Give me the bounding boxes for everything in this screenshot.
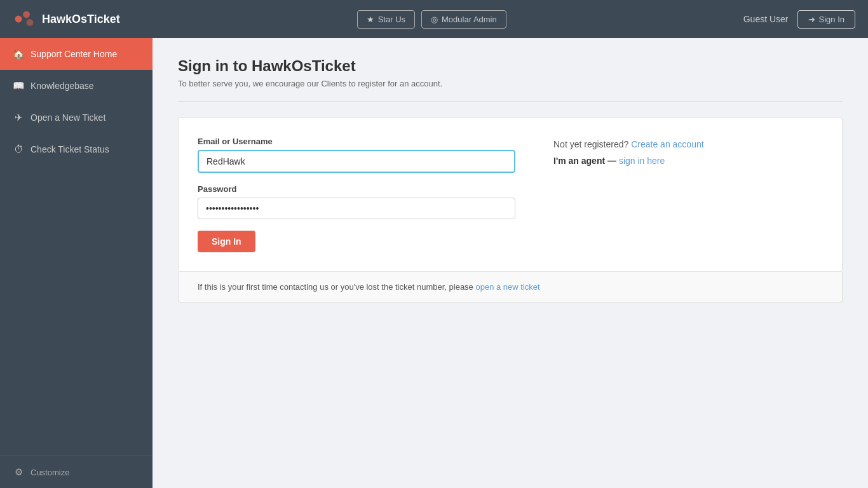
customize-label: Customize	[31, 468, 69, 477]
agent-dash: —	[607, 156, 619, 166]
agent-sign-in-label: sign in here	[619, 156, 665, 166]
svg-point-2	[27, 19, 34, 26]
home-icon: 🏠	[13, 48, 24, 60]
notice-text: If this is your first time contacting us…	[198, 282, 473, 292]
svg-point-0	[15, 16, 22, 23]
sidebar-item-label: Check Ticket Status	[31, 144, 109, 154]
sidebar-item-label: Open a New Ticket	[31, 112, 105, 123]
open-new-ticket-link-text: open a new ticket	[475, 282, 539, 292]
star-us-label: Star Us	[378, 15, 405, 24]
main-content: Sign in to HawkOsTicket To better serve …	[153, 38, 868, 488]
create-account-link[interactable]: Create an account	[631, 139, 703, 149]
signin-card: Email or Username Password Sign In Not y…	[178, 117, 843, 272]
sidebar-item-knowledgebase[interactable]: 📖 Knowledgebase	[0, 70, 153, 102]
circle-icon: ◎	[431, 15, 438, 24]
agent-signin-text: I'm an agent — sign in here	[553, 156, 823, 166]
open-new-ticket-link[interactable]: open a new ticket	[475, 282, 539, 292]
main-wrapper: 🏠 Support Center Home 📖 Knowledgebase ✈ …	[0, 38, 868, 488]
svg-point-1	[23, 11, 30, 18]
top-sign-in-button[interactable]: ➜ Sign In	[797, 10, 855, 29]
brand-name: HawkOsTicket	[42, 13, 120, 26]
brand-logo-link[interactable]: HawkOsTicket	[13, 8, 120, 30]
signin-form-section: Email or Username Password Sign In	[198, 137, 515, 252]
brand-logo-icon	[13, 8, 36, 30]
customize-item[interactable]: ⚙ Customize	[13, 466, 140, 478]
book-icon: 📖	[13, 80, 24, 92]
sign-in-icon: ➜	[808, 15, 815, 24]
navbar-right: Guest User ➜ Sign In	[743, 10, 855, 29]
password-label: Password	[198, 184, 515, 194]
divider	[178, 101, 843, 102]
notice-bar: If this is your first time contacting us…	[178, 272, 843, 302]
star-us-button[interactable]: ★ Star Us	[357, 10, 415, 29]
sidebar-item-label: Knowledgebase	[31, 81, 94, 91]
page-subtitle: To better serve you, we encourage our Cl…	[178, 79, 843, 88]
create-account-link-text: Create an account	[631, 139, 703, 149]
sidebar-item-open-new-ticket[interactable]: ✈ Open a New Ticket	[0, 102, 153, 133]
agent-sign-in-link[interactable]: sign in here	[619, 156, 665, 166]
email-label: Email or Username	[198, 137, 515, 146]
sidebar-item-label: Support Center Home	[31, 49, 117, 59]
top-sign-in-label: Sign In	[819, 15, 844, 24]
modular-admin-button[interactable]: ◎ Modular Admin	[421, 10, 506, 29]
email-input[interactable]	[198, 150, 515, 173]
navbar: HawkOsTicket ★ Star Us ◎ Modular Admin G…	[0, 0, 868, 38]
clock-icon: ⏱	[13, 144, 24, 154]
ticket-icon: ✈	[13, 112, 24, 123]
not-registered-text: Not yet registered? Create an account	[553, 139, 823, 149]
sidebar-item-check-ticket-status[interactable]: ⏱ Check Ticket Status	[0, 133, 153, 165]
password-form-group: Password	[198, 184, 515, 219]
sidebar-item-support-center-home[interactable]: 🏠 Support Center Home	[0, 38, 153, 70]
agent-label: I'm an agent	[553, 156, 605, 166]
password-input[interactable]	[198, 198, 515, 219]
sidebar: 🏠 Support Center Home 📖 Knowledgebase ✈ …	[0, 38, 153, 488]
not-registered-label: Not yet registered?	[553, 139, 628, 149]
sidebar-bottom: ⚙ Customize	[0, 456, 153, 488]
star-icon: ★	[367, 15, 374, 24]
navbar-center: ★ Star Us ◎ Modular Admin	[120, 10, 743, 29]
email-form-group: Email or Username	[198, 137, 515, 173]
gear-icon: ⚙	[13, 466, 24, 478]
signin-body: Email or Username Password Sign In Not y…	[198, 137, 823, 252]
guest-user-label: Guest User	[743, 14, 789, 24]
sign-in-button[interactable]: Sign In	[198, 231, 255, 252]
sidebar-spacer	[0, 165, 153, 456]
page-title: Sign in to HawkOsTicket	[178, 57, 843, 75]
signin-info-section: Not yet registered? Create an account I'…	[553, 137, 823, 252]
modular-admin-label: Modular Admin	[442, 15, 497, 24]
